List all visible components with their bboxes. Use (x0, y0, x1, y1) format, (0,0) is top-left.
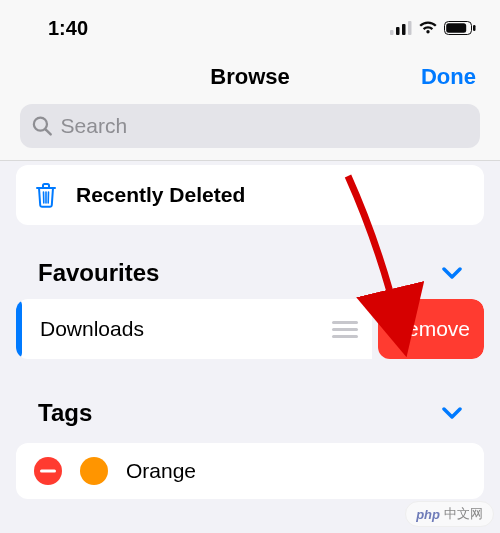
favourites-header[interactable]: Favourites (16, 225, 484, 299)
watermark-text: 中文网 (444, 505, 483, 523)
svg-rect-3 (408, 21, 412, 35)
tag-item-row[interactable]: Orange (16, 443, 484, 499)
chevron-down-icon (442, 406, 462, 420)
delete-minus-icon[interactable] (34, 457, 62, 485)
tags-header[interactable]: Tags (16, 359, 484, 439)
search-icon (32, 115, 53, 137)
drag-handle-icon[interactable] (332, 321, 358, 338)
downloads-label: Downloads (40, 317, 144, 341)
tag-label: Orange (126, 459, 196, 483)
cellular-icon (390, 21, 412, 35)
downloads-item[interactable]: Downloads (22, 299, 372, 359)
status-time: 1:40 (48, 17, 88, 40)
tag-color-dot (80, 457, 108, 485)
recently-deleted-row[interactable]: Recently Deleted (16, 165, 484, 225)
remove-button-label: Remove (392, 317, 470, 341)
favourites-item-row: Downloads Remove (16, 299, 484, 359)
remove-button[interactable]: Remove (378, 299, 484, 359)
watermark: php 中文网 (405, 501, 494, 527)
svg-rect-5 (446, 23, 466, 33)
recently-deleted-label: Recently Deleted (76, 183, 245, 207)
svg-line-8 (46, 129, 51, 134)
battery-icon (444, 21, 476, 35)
trash-icon (34, 181, 58, 209)
page-title: Browse (210, 64, 289, 90)
svg-rect-0 (390, 30, 394, 35)
nav-header: Browse Done (0, 44, 500, 104)
search-container (0, 104, 500, 161)
svg-rect-6 (473, 25, 476, 31)
tags-title: Tags (38, 399, 92, 427)
favourites-title: Favourites (38, 259, 159, 287)
status-icons (390, 21, 476, 35)
search-input[interactable] (61, 114, 468, 138)
done-button[interactable]: Done (416, 64, 476, 90)
svg-rect-1 (396, 27, 400, 35)
chevron-down-icon (442, 266, 462, 280)
svg-rect-2 (402, 24, 406, 35)
watermark-brand: php (416, 507, 440, 522)
wifi-icon (418, 21, 438, 35)
content-area: Recently Deleted Favourites Downloads Re… (0, 161, 500, 499)
status-bar: 1:40 (0, 0, 500, 44)
search-field[interactable] (20, 104, 480, 148)
